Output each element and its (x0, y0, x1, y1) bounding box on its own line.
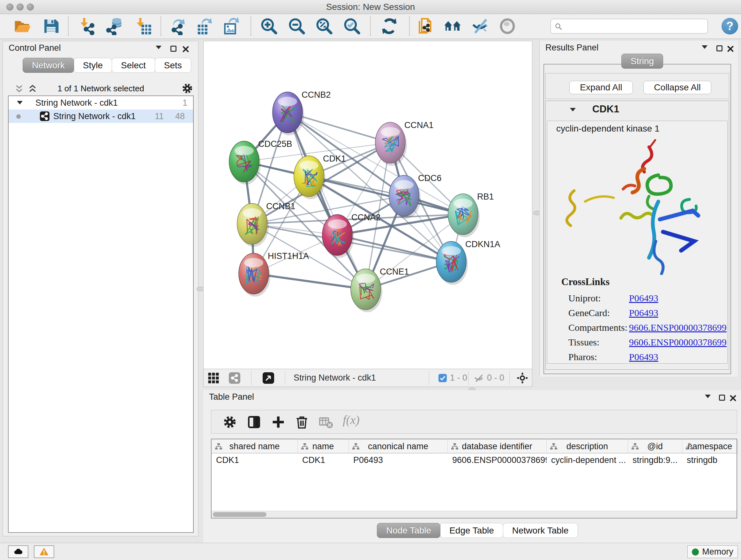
column-header-description[interactable]: description (547, 439, 628, 453)
expand-all-button[interactable]: Expand All (569, 81, 633, 94)
export-network-button[interactable] (169, 17, 187, 35)
tab-edge-table[interactable]: Edge Table (440, 523, 503, 538)
network-node-HIST1H1A[interactable]: HIST1H1A (239, 251, 309, 297)
network-node-CDC6[interactable]: CDC6 (389, 173, 442, 219)
crosslink-row: GeneCard:P06493 (561, 306, 610, 320)
table-row[interactable]: CDK1CDK1P064939606.ENSP00000378699cyclin… (212, 453, 737, 467)
network-node-CCNE1[interactable]: CCNE1 (351, 267, 409, 312)
tab-sets[interactable]: Sets (155, 58, 191, 73)
birdseye-view-icon[interactable] (263, 372, 274, 384)
cloud-button[interactable] (8, 545, 28, 558)
import-table-button[interactable] (134, 17, 152, 35)
network-edge[interactable] (254, 273, 366, 289)
export-table-button[interactable] (196, 17, 214, 35)
tab-style[interactable]: Style (74, 58, 112, 73)
zoom-out-button[interactable] (288, 17, 306, 35)
scrollbar-thumb[interactable] (213, 512, 266, 517)
column-header-name[interactable]: name (298, 439, 349, 453)
table-cell[interactable]: CDK1 (298, 453, 349, 467)
close-panel-icon[interactable] (182, 46, 189, 54)
import-network-from-database-button[interactable] (106, 17, 124, 35)
network-collection-row[interactable]: String Network - cdk1 1 (9, 96, 193, 110)
network-node-CCNA1[interactable]: CCNA1 (375, 120, 434, 166)
network-node-CDC25B[interactable]: CDC25B (229, 139, 292, 185)
column-header-shared-name[interactable]: shared name (212, 439, 298, 453)
import-network-button[interactable] (78, 17, 96, 35)
function-builder-button[interactable]: f(x) (343, 413, 360, 427)
network-node-CCNB1[interactable]: CCNB1 (237, 201, 295, 247)
tab-select[interactable]: Select (112, 58, 155, 73)
column-header--id[interactable]: @id (628, 439, 682, 453)
column-header-namespace[interactable]: namespace (682, 439, 738, 453)
table-cell[interactable]: 9606.ENSP00000378699 (448, 453, 547, 467)
network-node-CCNB2[interactable]: CCNB2 (273, 90, 331, 135)
table-settings-gear-icon[interactable] (223, 415, 237, 429)
home-view-button[interactable] (444, 17, 461, 35)
protein-card-header[interactable]: CDK1 (546, 101, 729, 120)
memory-button[interactable]: Memory (687, 545, 738, 558)
table-cell[interactable]: stringdb:9... (628, 453, 682, 467)
zoom-fit-button[interactable] (315, 17, 333, 35)
tab-node-table[interactable]: Node Table (377, 523, 441, 538)
tab-network[interactable]: Network (23, 58, 74, 73)
crosslink-link[interactable]: 9606.ENSP00000378699 (629, 335, 727, 350)
save-session-button[interactable] (42, 17, 60, 35)
help-button[interactable]: ? (722, 18, 738, 35)
zoom-selected-button[interactable] (343, 17, 361, 35)
delete-column-trash-icon[interactable] (295, 415, 309, 429)
crosslink-link[interactable]: P06493 (629, 306, 658, 320)
close-panel-icon[interactable] (727, 45, 734, 54)
search-input[interactable] (565, 20, 703, 33)
network-edge[interactable] (287, 112, 366, 289)
hide-show-graphics-button[interactable] (471, 17, 489, 35)
show-graphics-details-button[interactable] (498, 17, 516, 35)
open-session-button[interactable] (13, 17, 31, 35)
protein-name: CDK1 (592, 104, 619, 115)
panel-menu-icon[interactable] (705, 395, 711, 398)
float-panel-icon[interactable] (719, 395, 725, 401)
zoom-in-button[interactable] (260, 17, 278, 35)
collapse-collection-icon[interactable] (17, 101, 23, 105)
grid-view-icon[interactable] (208, 372, 219, 384)
horizontal-scrollbar[interactable] (212, 511, 737, 518)
network-share-icon[interactable] (229, 372, 240, 384)
table-cell[interactable]: stringdb (682, 453, 738, 467)
crosslink-link[interactable]: 9606.ENSP00000378699 (629, 320, 727, 335)
node-label: CCNB1 (266, 201, 295, 211)
delete-table-icon[interactable] (319, 415, 333, 429)
crosslink-link[interactable]: P06493 (629, 350, 658, 364)
memory-status-dot (692, 549, 699, 556)
selected-checkbox-icon[interactable] (439, 374, 447, 382)
show-columns-icon[interactable] (247, 415, 261, 429)
close-panel-icon[interactable] (730, 395, 737, 403)
network-view-canvas[interactable]: CCNB2CCNA1CDC25BCDK1CDC6RB1CCNB1CCNA2CDK… (203, 41, 532, 369)
string-results-container: Expand All Collapse All CDK1 cyclin-depe… (543, 64, 731, 374)
float-panel-icon[interactable] (717, 45, 723, 51)
panel-menu-icon[interactable] (156, 46, 161, 49)
network-node-CDK1[interactable]: CDK1 (294, 154, 346, 199)
tab-string[interactable]: String (621, 54, 663, 69)
collapse-all-button[interactable]: Collapse All (643, 81, 711, 94)
export-image-button[interactable] (223, 17, 241, 35)
gear-icon[interactable] (182, 83, 193, 94)
float-panel-icon[interactable] (171, 46, 177, 52)
column-header-canonical-name[interactable]: canonical name (349, 439, 448, 453)
warnings-button[interactable] (34, 545, 54, 558)
table-cell[interactable]: P06493 (349, 453, 448, 467)
refresh-button[interactable] (381, 17, 398, 35)
fit-content-crosshair-icon[interactable] (517, 372, 528, 384)
network-row-selected[interactable]: String Network - cdk1 11 48 (9, 110, 193, 123)
network-edge[interactable] (337, 235, 451, 262)
column-header-database-identifier[interactable]: database identifier (448, 439, 547, 453)
clone-network-button[interactable] (416, 17, 434, 35)
tab-network-table[interactable]: Network Table (503, 523, 578, 538)
crosslink-link[interactable]: P06493 (629, 291, 658, 306)
panel-menu-icon[interactable] (702, 45, 708, 49)
collapse-card-icon[interactable] (570, 108, 576, 111)
node-table: shared namenamecanonical namedatabase id… (211, 439, 737, 518)
table-cell[interactable]: CDK1 (212, 453, 298, 467)
network-node-RB1[interactable]: RB1 (448, 192, 494, 237)
create-column-plus-icon[interactable] (271, 415, 285, 429)
table-cell[interactable]: cyclin-dependent ... (547, 453, 628, 467)
network-node-CDKN1A[interactable]: CDKN1A (436, 240, 500, 285)
